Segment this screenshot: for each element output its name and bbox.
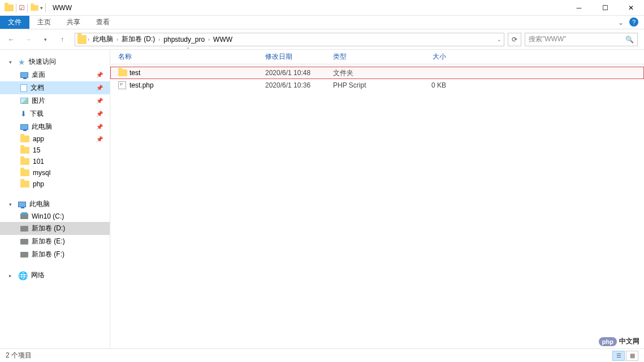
minimize-button[interactable]: ─ [566,0,592,16]
sidebar-item[interactable]: 文档📌 [0,81,110,94]
column-size[interactable]: 大小 [401,52,446,62]
chevron-down-icon[interactable]: ▾ [9,202,15,207]
qat-dropdown[interactable]: ▾ [40,5,43,11]
column-type[interactable]: 类型 [333,52,401,62]
network-icon: 🌐 [18,271,28,280]
tab-home[interactable]: 主页 [29,16,59,29]
search-input[interactable]: 搜索"WWW" 🔍 [525,33,638,46]
disk-icon [20,226,28,232]
tab-share[interactable]: 共享 [59,16,88,29]
watermark-badge: php [599,337,617,346]
forward-button[interactable]: → [21,33,35,46]
search-placeholder: 搜索"WWW" [529,34,567,44]
sidebar-item-label: 101 [33,158,44,165]
breadcrumb[interactable]: 新加卷 (D:) [119,34,157,44]
column-date[interactable]: 修改日期 [265,52,333,62]
sidebar-item-label: 文档 [31,83,44,93]
maximize-button[interactable]: ☐ [592,0,618,16]
sidebar-item[interactable]: 101 [0,156,110,167]
sidebar-item-label: mysql [33,169,50,177]
qat-item[interactable]: ☑ [19,4,25,12]
details-view-button[interactable]: ☰ [612,351,625,361]
sidebar-item[interactable]: app📌 [0,133,110,145]
monitor-icon [20,124,28,130]
pin-icon: 📌 [96,72,103,78]
folder-icon [20,147,29,154]
file-list: test2020/6/1 10:48文件夹test.php2020/6/1 10… [110,64,644,91]
watermark-text: 中文网 [619,337,639,346]
download-icon: ⬇ [20,110,27,118]
crumb-separator[interactable]: › [88,37,89,42]
sidebar-item-label: app [33,135,44,143]
breadcrumb[interactable]: 此电脑 [90,34,115,44]
sidebar-network[interactable]: ▸ 🌐 网络 [0,269,110,282]
column-headers: 名称 ⌃ 修改日期 类型 大小 [110,50,644,64]
folder-icon [20,136,29,142]
qat-separator [45,3,46,12]
refresh-button[interactable]: ⟳ [508,33,521,46]
main-area: ▾ ★ 快速访问 桌面📌文档📌图片📌⬇下载📌此电脑📌app📌15101mysql… [0,50,644,349]
close-button[interactable]: ✕ [618,0,644,16]
sidebar-quick-access[interactable]: ▾ ★ 快速访问 [0,55,110,68]
pin-icon: 📌 [96,98,103,104]
up-button[interactable]: ↑ [55,33,69,46]
column-name[interactable]: 名称 ⌃ [118,52,265,62]
disk-icon [20,213,28,219]
sidebar-item-label: 下载 [30,109,44,119]
folder-icon [20,158,29,165]
help-icon[interactable]: ? [629,18,638,27]
file-row[interactable]: test2020/6/1 10:48文件夹 [110,67,644,79]
title-bar: ☑ ▾ WWW ─ ☐ ✕ [0,0,644,16]
crumb-separator[interactable]: › [208,37,210,42]
search-icon[interactable]: 🔍 [625,36,634,43]
chevron-right-icon[interactable]: ▸ [9,273,15,278]
sidebar-drive-item[interactable]: Win10 (C:) [0,211,110,222]
folder-icon [118,69,127,76]
sidebar-label: 快速访问 [29,57,56,67]
file-size: 0 KB [401,81,446,89]
status-bar: 2 个项目 ☰ ▦ [0,348,644,362]
chevron-down-icon[interactable]: ▾ [9,59,15,65]
sidebar-this-pc[interactable]: ▾ 此电脑 [0,198,110,211]
tab-file[interactable]: 文件 [0,16,29,29]
sidebar-drive-item[interactable]: 新加卷 (E:) [0,235,110,248]
content-pane: 名称 ⌃ 修改日期 类型 大小 test2020/6/1 10:48文件夹tes… [110,50,644,349]
pin-icon: 📌 [96,85,103,91]
column-label: 名称 [118,53,132,60]
sidebar-item[interactable]: 15 [0,145,110,156]
watermark: php 中文网 [599,337,639,346]
file-row[interactable]: test.php2020/6/1 10:36PHP Script0 KB [110,79,644,91]
address-folder-icon [77,35,87,44]
disk-icon [20,239,28,245]
recent-dropdown[interactable]: ▾ [38,33,52,46]
sidebar-item[interactable]: ⬇下载📌 [0,107,110,120]
sidebar-item[interactable]: 此电脑📌 [0,120,110,133]
qat-separator [27,3,28,12]
sidebar-item[interactable]: 图片📌 [0,94,110,107]
back-button[interactable]: ← [5,33,18,46]
address-dropdown-icon[interactable]: ⌄ [497,37,502,42]
breadcrumb[interactable]: WWW [211,36,235,43]
sidebar: ▾ ★ 快速访问 桌面📌文档📌图片📌⬇下载📌此电脑📌app📌15101mysql… [0,50,110,349]
pin-icon: 📌 [96,111,103,117]
file-type: PHP Script [333,81,401,89]
icons-view-button[interactable]: ▦ [626,351,638,361]
file-icon-cell [118,69,129,76]
ribbon-collapse-icon[interactable]: ⌄ [618,16,624,29]
file-date: 2020/6/1 10:48 [265,69,333,77]
crumb-separator[interactable]: › [158,37,160,42]
file-type: 文件夹 [333,68,401,78]
php-file-icon [118,81,126,89]
address-bar[interactable]: › 此电脑 › 新加卷 (D:) › phpstudy_pro › WWW ⌄ [75,33,504,46]
crumb-separator[interactable]: › [116,37,118,42]
pin-icon: 📌 [96,124,103,130]
disk-icon [20,252,28,258]
qat-folder-icon[interactable] [31,5,38,10]
sidebar-item[interactable]: mysql [0,167,110,178]
breadcrumb[interactable]: phpstudy_pro [161,36,207,43]
tab-view[interactable]: 查看 [88,16,118,29]
sidebar-item[interactable]: 桌面📌 [0,68,110,81]
sidebar-item[interactable]: php [0,178,110,190]
sidebar-drive-item[interactable]: 新加卷 (D:) [0,222,110,235]
sidebar-drive-item[interactable]: 新加卷 (F:) [0,248,110,261]
